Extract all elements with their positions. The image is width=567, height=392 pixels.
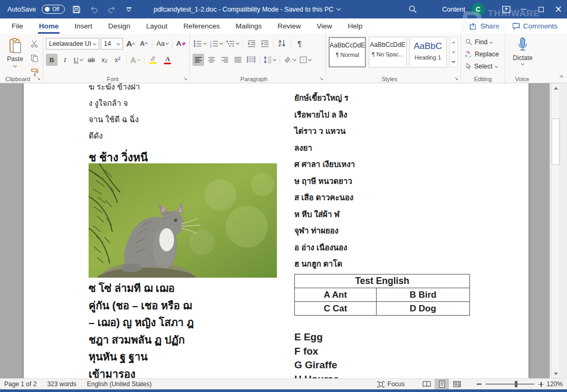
line-spacing-button[interactable] [263, 54, 277, 66]
focus-button[interactable]: Focus [377, 380, 405, 388]
tab-references[interactable]: References [176, 18, 228, 34]
bold-button[interactable]: B [46, 54, 57, 66]
styles-dialog-launcher[interactable]: ↘ [454, 76, 458, 81]
increase-indent-button[interactable] [259, 37, 271, 50]
web-layout-icon[interactable] [450, 379, 464, 390]
show-hide-pilcrow-button[interactable]: ¶ [294, 37, 305, 50]
tab-file[interactable]: File [4, 18, 31, 34]
clipboard-dialog-launcher[interactable]: ↘ [36, 76, 41, 81]
comments-button[interactable]: Comments [507, 21, 563, 32]
doc-line: F fox [294, 345, 339, 359]
close-button[interactable]: × [550, 0, 567, 18]
styles-more-icon[interactable] [450, 57, 457, 67]
print-layout-icon[interactable] [435, 379, 449, 390]
undo-icon[interactable] [88, 3, 100, 16]
zoom-slider-handle[interactable] [515, 381, 517, 387]
styles-scroll-down-icon[interactable] [450, 47, 457, 57]
thai-text-left-column: ฆ ระฆัง ข้างฝา ง งูใจกล้า จ จาน ใช้ดี ฉ … [89, 83, 284, 144]
shading-button[interactable] [283, 54, 297, 66]
distribute-button[interactable] [245, 54, 257, 66]
align-center-button[interactable] [206, 54, 217, 66]
ribbon-display-options-icon[interactable] [497, 0, 515, 18]
align-left-button[interactable] [193, 54, 204, 66]
maximize-button[interactable] [532, 0, 550, 18]
borders-button[interactable] [299, 54, 312, 66]
tab-help[interactable]: Help [340, 18, 371, 34]
clear-formatting-button[interactable]: A [175, 37, 187, 50]
strikethrough-button[interactable]: ab [85, 54, 97, 66]
underline-button[interactable]: U [72, 54, 84, 66]
multilevel-list-button[interactable] [225, 37, 240, 50]
save-icon[interactable] [71, 3, 82, 16]
kitten-photo[interactable] [89, 163, 277, 278]
tab-layout[interactable]: Layout [138, 18, 176, 34]
font-color-button[interactable]: A [162, 54, 174, 66]
style-normal[interactable]: AaBbCcDdE ¶ Normal [329, 37, 366, 67]
tab-review[interactable]: Review [270, 18, 309, 34]
tab-mailings[interactable]: Mailings [228, 18, 270, 34]
paragraph-dialog-launcher[interactable]: ↘ [319, 76, 323, 81]
collapse-ribbon-icon[interactable] [560, 71, 563, 81]
font-size-combobox[interactable]: 14 [101, 38, 123, 50]
doc-line: ไต่ราว ว แหวน [294, 123, 484, 140]
grow-font-button[interactable]: A [124, 37, 136, 50]
subscript-button[interactable]: x2 [99, 54, 110, 66]
align-right-button[interactable] [219, 54, 230, 66]
decrease-indent-button[interactable] [246, 37, 257, 50]
document-canvas[interactable]: ฆ ระฆัง ข้างฝา ง งูใจกล้า จ จาน ใช้ดี ฉ … [0, 83, 567, 378]
avatar[interactable]: C [472, 3, 485, 16]
document-page[interactable]: ฆ ระฆัง ข้างฝา ง งูใจกล้า จ จาน ใช้ดี ฉ … [24, 83, 528, 378]
numbering-button[interactable]: 123 [209, 37, 224, 50]
read-mode-icon[interactable] [419, 379, 434, 390]
zoom-slider[interactable] [486, 384, 534, 385]
doc-line: อ อ่าง เนืองนอง [294, 239, 484, 256]
table-cell: C Cat [295, 302, 377, 316]
vertical-scrollbar[interactable] [551, 83, 560, 378]
cut-icon[interactable] [28, 38, 40, 50]
zoom-level[interactable]: 120% [546, 380, 563, 388]
customize-quick-access-icon[interactable] [123, 3, 134, 16]
word-count[interactable]: 323 words [47, 380, 76, 388]
font-dialog-launcher[interactable]: ↘ [183, 76, 187, 81]
dictate-button[interactable]: Dictate [508, 36, 537, 65]
language-indicator[interactable]: English (United States) [87, 380, 152, 388]
text-highlight-button[interactable] [147, 54, 159, 66]
doc-line: จุฬา ท่าผยอง [294, 222, 484, 239]
doc-line: – เฌอ) ญ หญิง โสภา ฎ [89, 314, 289, 331]
doc-line: ลงยา [294, 140, 484, 156]
tab-design[interactable]: Design [100, 18, 138, 34]
tab-view[interactable]: View [309, 18, 340, 34]
font-name-combobox[interactable]: Leelawadee UI [46, 38, 99, 50]
find-button[interactable]: Find [464, 36, 502, 48]
autosave-toggle[interactable]: Off [42, 5, 65, 14]
justify-button[interactable] [232, 54, 244, 66]
search-icon[interactable] [402, 5, 423, 14]
italic-button[interactable]: I [59, 54, 71, 66]
tab-home[interactable]: Home [31, 18, 67, 34]
sort-button[interactable]: AZ [276, 37, 288, 50]
style-no-spacing[interactable]: AaBbCcDdE ¶ No Spac... [369, 37, 406, 67]
styles-scroll-up-icon[interactable] [450, 37, 457, 47]
change-case-button[interactable]: Aa [155, 37, 169, 50]
document-title[interactable]: pdfcandytest_1-2.doc - Compatibility Mod… [153, 6, 340, 13]
text-effects-button[interactable]: A [129, 54, 141, 66]
paste-button[interactable]: Paste [3, 36, 27, 74]
share-button[interactable]: Share [464, 21, 505, 32]
minimize-button[interactable] [515, 0, 532, 18]
shrink-font-button[interactable]: A [138, 37, 149, 50]
scroll-down-icon[interactable] [552, 369, 560, 378]
zoom-out-button[interactable] [477, 384, 482, 385]
scrollbar-thumb[interactable] [552, 119, 560, 165]
style-heading1[interactable]: AaBbC Heading 1 [409, 37, 447, 67]
superscript-button[interactable]: x2 [112, 54, 123, 66]
page-indicator[interactable]: Page 1 of 2 [4, 380, 36, 388]
select-button[interactable]: Select [464, 60, 502, 72]
zoom-in-button[interactable] [539, 382, 543, 387]
copy-icon[interactable] [28, 52, 40, 64]
replace-button[interactable]: bc Replace [464, 48, 502, 60]
redo-icon[interactable] [105, 3, 117, 16]
scroll-up-icon[interactable] [552, 84, 560, 92]
tab-insert[interactable]: Insert [66, 18, 100, 34]
account-name[interactable]: Content [442, 6, 465, 13]
bullets-button[interactable] [193, 37, 207, 50]
